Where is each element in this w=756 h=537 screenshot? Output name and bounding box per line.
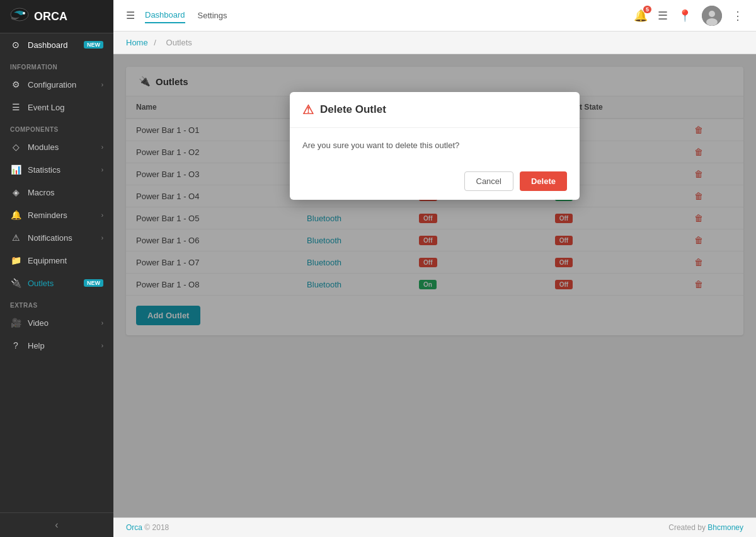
outlets-badge: NEW	[84, 279, 103, 287]
breadcrumb: Home / Outlets	[113, 32, 756, 54]
footer-brand-link[interactable]: Orca	[126, 523, 142, 532]
statistics-icon: 📊	[10, 165, 21, 175]
sidebar-item-label: Modules	[28, 142, 101, 152]
sidebar-item-outlets[interactable]: 🔌 Outlets NEW	[0, 272, 113, 294]
sidebar-item-statistics[interactable]: 📊 Statistics ›	[0, 158, 113, 181]
section-components: COMPONENTS	[0, 121, 113, 136]
macros-icon: ◈	[10, 187, 21, 197]
sidebar-item-help[interactable]: ? Help ›	[0, 334, 113, 357]
section-extras: EXTRAS	[0, 297, 113, 311]
list-icon[interactable]: ☰	[658, 9, 668, 23]
location-icon[interactable]: 📍	[678, 9, 692, 23]
chevron-right-icon: ›	[101, 81, 103, 88]
menu-icon[interactable]: ⋮	[732, 9, 743, 23]
modal-body: Are you sure you want to delete this out…	[290, 128, 580, 163]
chevron-right-icon: ›	[101, 144, 103, 151]
modal-overlay: ⚠ Delete Outlet Are you sure you want to…	[113, 54, 756, 517]
reminders-icon: 🔔	[10, 210, 21, 220]
chevron-right-icon: ›	[101, 212, 103, 219]
notification-count-badge: 5	[643, 6, 651, 13]
hamburger-icon[interactable]: ☰	[126, 9, 135, 21]
sidebar-item-equipment[interactable]: 📁 Equipment	[0, 249, 113, 272]
sidebar-item-dashboard[interactable]: ⊙ Dashboard NEW	[0, 33, 113, 56]
equipment-icon: 📁	[10, 255, 21, 265]
modules-icon: ◇	[10, 142, 21, 152]
sidebar: ORCA ⊙ Dashboard NEW INFORMATION ⚙ Confi…	[0, 0, 113, 537]
breadcrumb-home[interactable]: Home	[126, 38, 148, 47]
sidebar-collapse-button[interactable]: ‹	[0, 513, 113, 537]
topbar-nav-settings[interactable]: Settings	[198, 8, 227, 23]
section-information: INFORMATION	[0, 59, 113, 73]
modal-header: ⚠ Delete Outlet	[290, 92, 580, 128]
avatar[interactable]	[702, 6, 722, 26]
footer-creator-link[interactable]: Bhcmoney	[707, 523, 743, 532]
chevron-right-icon: ›	[101, 234, 103, 241]
topbar: ☰ Dashboard Settings 🔔 5 ☰ 📍 ⋮	[113, 0, 756, 32]
chevron-right-icon: ›	[101, 320, 103, 326]
sidebar-item-reminders[interactable]: 🔔 Reminders ›	[0, 204, 113, 226]
dashboard-badge: NEW	[84, 41, 103, 49]
notifications-icon: ⚠	[10, 233, 21, 243]
footer-creator: Created by Bhcmoney	[668, 523, 743, 532]
modal-title: Delete Outlet	[320, 103, 386, 116]
content-area: 🔌 Outlets Name Type Default State Curren…	[113, 54, 756, 517]
sidebar-item-macros[interactable]: ◈ Macros	[0, 181, 113, 204]
outlets-icon: 🔌	[10, 278, 21, 288]
svg-point-1	[23, 12, 25, 14]
sidebar-item-eventlog[interactable]: ☰ Event Log	[0, 96, 113, 118]
sidebar-item-label: Outlets	[28, 279, 80, 288]
sidebar-item-label: Video	[28, 318, 101, 328]
svg-point-4	[706, 18, 718, 26]
sidebar-item-video[interactable]: 🎥 Video ›	[0, 311, 113, 334]
dashboard-icon: ⊙	[10, 40, 21, 50]
delete-button[interactable]: Delete	[520, 171, 567, 191]
sidebar-item-label: Event Log	[28, 103, 103, 112]
sidebar-item-label: Dashboard	[28, 40, 80, 50]
sidebar-logo[interactable]: ORCA	[0, 0, 113, 33]
sidebar-item-configuration[interactable]: ⚙ Configuration ›	[0, 73, 113, 96]
topbar-nav-dashboard[interactable]: Dashboard	[145, 8, 185, 23]
logo-text: ORCA	[34, 10, 67, 23]
sidebar-item-label: Configuration	[28, 80, 101, 90]
footer-brand: Orca © 2018	[126, 523, 169, 532]
footer: Orca © 2018 Created by Bhcmoney	[113, 517, 756, 537]
footer-created-by: Created by	[668, 523, 706, 532]
help-icon: ?	[10, 340, 21, 350]
sidebar-item-notifications[interactable]: ⚠ Notifications ›	[0, 226, 113, 249]
chevron-right-icon: ›	[101, 166, 103, 173]
main-area: ☰ Dashboard Settings 🔔 5 ☰ 📍 ⋮ Home	[113, 0, 756, 537]
sidebar-item-label: Reminders	[28, 211, 101, 220]
footer-year: © 2018	[144, 523, 169, 532]
sidebar-item-label: Help	[28, 341, 101, 350]
orca-logo-icon	[10, 8, 29, 25]
video-icon: 🎥	[10, 318, 21, 328]
warning-icon: ⚠	[302, 102, 314, 117]
sidebar-item-label: Statistics	[28, 165, 101, 175]
sidebar-item-label: Macros	[28, 188, 103, 197]
cancel-button[interactable]: Cancel	[464, 171, 513, 191]
delete-outlet-modal: ⚠ Delete Outlet Are you sure you want to…	[290, 92, 580, 200]
modal-message: Are you sure you want to delete this out…	[302, 141, 459, 150]
sidebar-item-label: Equipment	[28, 256, 103, 265]
chevron-right-icon: ›	[101, 342, 103, 349]
notification-bell-icon[interactable]: 🔔 5	[634, 9, 648, 23]
eventlog-icon: ☰	[10, 102, 21, 112]
configuration-icon: ⚙	[10, 79, 21, 90]
breadcrumb-current: Outlets	[166, 38, 192, 47]
sidebar-item-modules[interactable]: ◇ Modules ›	[0, 136, 113, 158]
svg-point-3	[709, 11, 715, 17]
modal-footer: Cancel Delete	[290, 163, 580, 200]
breadcrumb-separator: /	[154, 38, 156, 47]
sidebar-item-label: Notifications	[28, 233, 101, 243]
